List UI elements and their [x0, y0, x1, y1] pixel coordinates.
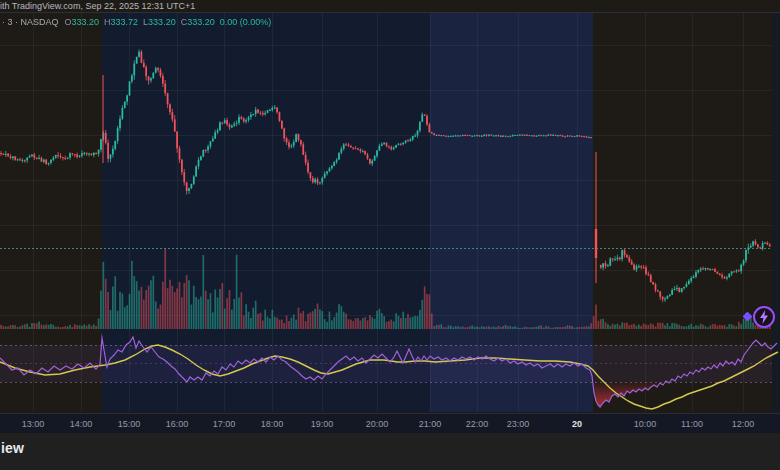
change-value: 0.00 (0.00%) — [220, 17, 272, 27]
time-axis[interactable]: 13:0014:0015:0016:0017:0018:0019:0020:00… — [0, 413, 780, 433]
time-axis-label: 11:00 — [681, 419, 703, 429]
time-axis-label: 15:00 — [118, 419, 141, 429]
tradingview-chart-app: ith TradingView.com, Sep 22, 2025 12:31 … — [0, 0, 780, 470]
time-axis-label: 20:00 — [366, 419, 389, 429]
time-axis-label: 21:00 — [419, 419, 442, 429]
time-axis-label: 17:00 — [213, 419, 236, 429]
boost-button[interactable] — [753, 306, 775, 328]
attribution-bottom-bar: iew — [0, 433, 780, 470]
time-axis-label: 14:00 — [70, 419, 93, 429]
high-value: 333.72 — [111, 17, 139, 27]
time-axis-label: 22:00 — [466, 419, 489, 429]
time-axis-label: 23:00 — [507, 419, 530, 429]
time-axis-label: 13:00 — [22, 419, 45, 429]
open-value: 333.20 — [72, 17, 100, 27]
lightning-icon — [757, 309, 771, 325]
symbol-interval-exchange: · 3 · NASDAQ — [2, 17, 59, 27]
low-value: 333.20 — [148, 17, 176, 27]
open-label: O — [65, 17, 72, 27]
high-label: H — [104, 17, 111, 27]
close-value: 333.20 — [187, 17, 215, 27]
time-axis-label: 16:00 — [166, 419, 189, 429]
tradingview-logo[interactable]: iew — [1, 440, 24, 456]
price-chart-canvas[interactable] — [0, 13, 780, 413]
time-axis-label: 12:00 — [732, 419, 755, 429]
attribution-text: ith TradingView.com, Sep 22, 2025 12:31 … — [0, 1, 195, 11]
time-axis-label: 19:00 — [311, 419, 334, 429]
time-axis-label: 10:00 — [634, 419, 657, 429]
header-bar: ith TradingView.com, Sep 22, 2025 12:31 … — [0, 0, 780, 13]
time-axis-label: 20 — [572, 419, 582, 429]
time-axis-label: 18:00 — [261, 419, 284, 429]
symbol-ohlc-row[interactable]: · 3 · NASDAQO333.20H333.72L333.20C333.20… — [2, 17, 271, 27]
